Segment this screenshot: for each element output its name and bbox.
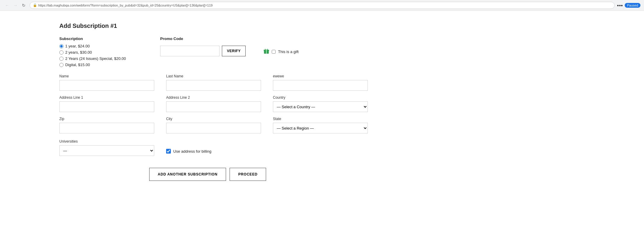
universities-select[interactable]: — — [59, 145, 154, 156]
use-address-billing-label: Use address for billing — [173, 149, 212, 154]
gift-label: This is a gift — [278, 50, 298, 54]
name-input[interactable] — [59, 80, 154, 91]
back-button[interactable]: ← — [4, 2, 11, 9]
name-label: Name — [59, 74, 154, 78]
last-name-label: Last Name — [166, 74, 261, 78]
subscription-option-3[interactable]: 2 Years (24 Issues) Special, $20.00 — [59, 56, 142, 61]
use-address-billing-row: Use address for billing — [166, 139, 261, 156]
ewewe-field-group: ewewe — [273, 74, 368, 91]
last-name-input[interactable] — [166, 80, 261, 91]
last-name-field-group: Last Name — [166, 74, 261, 91]
state-field-group: State — Select a Region — — [273, 117, 368, 133]
reload-button[interactable]: ↻ — [20, 2, 27, 9]
action-buttons: ADD ANOTHER SUBSCRIPTION PROCEED — [59, 168, 356, 181]
zip-label: Zip — [59, 117, 154, 121]
zip-field-group: Zip — [59, 117, 154, 133]
subscription-radio-group: 1 year, $24.00 2 years, $30.00 2 Years (… — [59, 44, 142, 67]
universities-label: Universities — [59, 139, 154, 143]
browser-extensions: ●●● Paused — [617, 3, 640, 8]
subscription-option-2-label: 2 years, $30.00 — [65, 50, 92, 55]
address2-input[interactable] — [166, 101, 261, 112]
proceed-button[interactable]: PROCEED — [230, 168, 266, 181]
forward-button[interactable]: → — [12, 2, 19, 9]
add-another-subscription-button[interactable]: ADD ANOTHER SUBSCRIPTION — [149, 168, 226, 181]
subscription-option-2[interactable]: 2 years, $30.00 — [59, 50, 142, 55]
state-label: State — [273, 117, 368, 121]
universities-field-group: Universities — — [59, 139, 154, 156]
city-field-group: City — [166, 117, 261, 133]
browser-chrome: ← → ↻ 🔒 https://tab.maghubqa.com/webform… — [0, 0, 644, 11]
promo-section: Promo Code VERIFY — [160, 36, 246, 67]
paused-badge: Paused — [625, 3, 640, 8]
verify-button[interactable]: VERIFY — [222, 46, 246, 56]
zip-input[interactable] — [59, 123, 154, 133]
address2-field-group: Address Line 2 — [166, 95, 261, 112]
url-text: https://tab.maghubqa.com/webform/?form=s… — [38, 4, 213, 7]
address2-label: Address Line 2 — [166, 95, 261, 100]
city-input[interactable] — [166, 123, 261, 133]
use-address-billing-checkbox[interactable] — [166, 149, 171, 154]
subscription-radio-2[interactable] — [59, 50, 63, 55]
subscription-option-4[interactable]: Digital, $15.00 — [59, 63, 142, 67]
promo-label: Promo Code — [160, 36, 246, 41]
address1-input[interactable] — [59, 101, 154, 112]
country-select[interactable]: — Select a Country — — [273, 101, 368, 112]
gift-checkbox[interactable] — [272, 50, 276, 54]
subscription-section: Subscription 1 year, $24.00 2 years, $30… — [59, 36, 142, 67]
page-title: Add Subscription #1 — [59, 23, 356, 29]
ewewe-input[interactable] — [273, 80, 368, 91]
gift-section: This is a gift — [263, 36, 298, 67]
address-bar[interactable]: 🔒 https://tab.maghubqa.com/webform/?form… — [30, 2, 615, 9]
subscription-option-3-label: 2 Years (24 Issues) Special, $20.00 — [65, 56, 126, 61]
subscription-option-1-label: 1 year, $24.00 — [65, 44, 90, 48]
country-label: Country — [273, 95, 368, 100]
subscription-option-4-label: Digital, $15.00 — [65, 63, 90, 67]
gift-icon — [263, 48, 269, 55]
state-select[interactable]: — Select a Region — — [273, 123, 368, 133]
subscription-label: Subscription — [59, 36, 142, 41]
city-label: City — [166, 117, 261, 121]
country-field-group: Country — Select a Country — — [273, 95, 368, 112]
ewewe-label: ewewe — [273, 74, 368, 78]
promo-input[interactable] — [160, 46, 220, 56]
subscription-radio-1[interactable] — [59, 44, 63, 48]
form-fields: Name Last Name ewewe Address Line 1 Addr… — [59, 74, 356, 133]
subscription-radio-4[interactable] — [59, 63, 63, 67]
address1-label: Address Line 1 — [59, 95, 154, 100]
address1-field-group: Address Line 1 — [59, 95, 154, 112]
name-field-group: Name — [59, 74, 154, 91]
bottom-row: Universities — Use address for billing — [59, 139, 356, 156]
subscription-radio-3[interactable] — [59, 57, 63, 61]
subscription-option-1[interactable]: 1 year, $24.00 — [59, 44, 142, 48]
